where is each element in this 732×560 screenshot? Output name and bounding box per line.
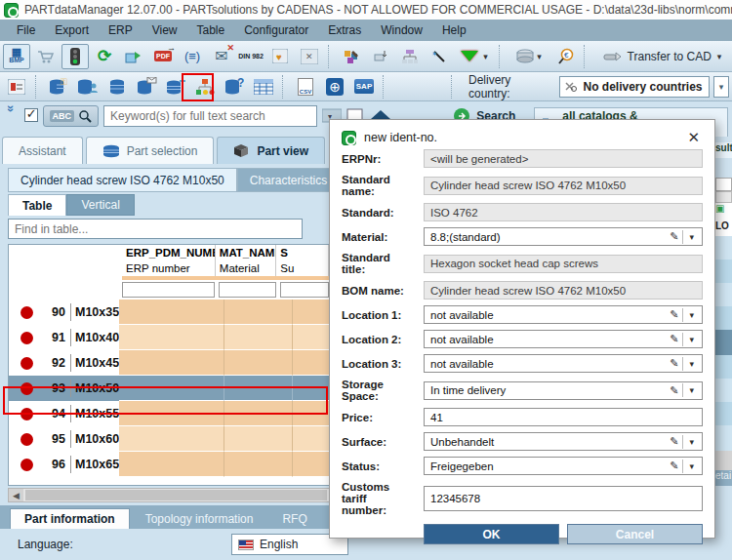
traffic-light-icon[interactable] (61, 44, 89, 69)
menu-extras[interactable]: Extras (319, 21, 370, 39)
tab-part-view[interactable]: Part view (217, 137, 325, 164)
classification-tree-icon[interactable] (191, 74, 219, 100)
bottom-tab-rfq[interactable]: RFQ (268, 509, 320, 529)
edit-pencil-icon[interactable]: ✎ (666, 357, 682, 370)
3d-part-icon[interactable]: ▾ (508, 44, 549, 69)
chevron-down-icon[interactable]: ▾ (683, 335, 696, 344)
send-mail-icon[interactable]: ✉✕ (208, 44, 235, 69)
field-input-price[interactable]: 41 (424, 408, 703, 426)
menu-file[interactable]: File (8, 21, 44, 39)
menu-erp[interactable]: ERP (100, 21, 142, 39)
chevron-down-icon[interactable]: ▾ (683, 359, 696, 369)
csv-export-icon[interactable]: CSV (292, 74, 319, 100)
tab-part-selection[interactable]: Part selection (86, 137, 215, 164)
fulltext-checkbox[interactable] (24, 108, 38, 122)
column-filter-input[interactable] (280, 282, 329, 298)
field-combo-location-2[interactable]: not available✎▾ (424, 330, 703, 348)
bottom-tab-topology-information[interactable]: Topology information (132, 509, 267, 529)
cancel-button[interactable]: Cancel (567, 524, 703, 544)
field-input-customs-tariff-number[interactable]: 12345678 (424, 486, 703, 511)
topology-tree-icon[interactable] (396, 44, 424, 69)
field-combo-status[interactable]: Freigegeben✎▾ (424, 457, 703, 475)
menu-table[interactable]: Table (188, 21, 234, 39)
table-row[interactable]: 95M10x60 (9, 426, 329, 452)
db-key-icon[interactable]: ⚿ (45, 74, 72, 100)
insert-part-icon[interactable] (367, 44, 394, 69)
chevron-down-icon[interactable]: ▾ (683, 385, 696, 395)
db-add-icon[interactable] (162, 74, 189, 100)
tab-assistant[interactable]: Assistant (2, 137, 83, 164)
table-row[interactable]: 90M10x35 (9, 300, 329, 325)
chevron-down-icon[interactable]: ▾ (683, 437, 696, 447)
field-combo-material[interactable]: 8.8;(standard)✎▾ (424, 227, 703, 246)
chevron-down-icon[interactable]: ▾ (683, 232, 696, 242)
column-header[interactable]: ERP_PDM_NUMBER (122, 245, 216, 260)
edit-pencil-icon[interactable]: ✎ (666, 333, 682, 345)
refresh-icon[interactable]: ⟳ (91, 44, 118, 69)
field-combo-storage-space[interactable]: In time delivery✎▾ (424, 381, 703, 400)
chevron-down-icon[interactable]: ▾ (683, 310, 696, 320)
menu-view[interactable]: View (143, 21, 186, 39)
form-view-icon[interactable] (3, 74, 30, 100)
din-982-icon[interactable]: DIN 982 (237, 44, 264, 69)
edit-pencil-icon[interactable]: ✎ (666, 435, 682, 448)
sap-icon[interactable]: SAP (350, 74, 378, 100)
ok-button[interactable]: OK (424, 524, 559, 544)
edit-pencil-icon[interactable]: ✎ (666, 308, 682, 321)
field-combo-surface[interactable]: Unbehandelt✎▾ (424, 432, 703, 451)
shopping-cart-icon[interactable] (32, 44, 60, 69)
favorites-window-icon[interactable]: ♥ (266, 44, 294, 69)
menu-export[interactable]: Export (46, 21, 98, 39)
edit-pencil-icon[interactable]: ✎ (666, 230, 682, 243)
db-user-icon[interactable] (74, 74, 102, 100)
menu-help[interactable]: Help (433, 21, 475, 39)
edit-pencil-icon[interactable]: ✎ (666, 460, 682, 472)
table-view-icon[interactable] (250, 74, 277, 100)
collapse-chevrons-icon[interactable]: » (4, 105, 19, 121)
column-header[interactable]: MAT_NAME (216, 245, 276, 260)
transfer-to-cad-button[interactable]: Transfer to CAD ▾ (593, 44, 730, 69)
menu-window[interactable]: Window (372, 21, 431, 39)
find-in-table-input[interactable] (8, 219, 303, 239)
table-row[interactable]: 93M10x50 (9, 376, 329, 401)
table-row[interactable]: 92M10x45 (9, 350, 329, 376)
menu-configurator[interactable]: Configurator (235, 21, 317, 39)
chevron-down-icon[interactable]: ▾ (683, 461, 696, 471)
table-row[interactable]: 91M10x40 (9, 325, 329, 350)
column-header[interactable]: S (276, 245, 329, 260)
edit-blocks-icon[interactable] (338, 44, 365, 69)
doc-tab-part[interactable]: Cylinder head screw ISO 4762 M10x50 (8, 168, 237, 192)
globe-add-icon[interactable]: ⊕ (321, 74, 348, 100)
scrollbar-thumb[interactable] (25, 490, 327, 500)
db-plain-icon[interactable] (103, 74, 131, 100)
field-combo-location-3[interactable]: not available✎▾ (424, 354, 703, 373)
export-assembly-icon[interactable] (120, 44, 147, 69)
field-combo-location-1[interactable]: not available✎▾ (424, 305, 703, 324)
abc-search-button[interactable]: ABC (43, 105, 100, 127)
delivery-country-dropdown-button[interactable]: ▾ (713, 76, 729, 98)
formula-icon[interactable]: (≡) (179, 44, 206, 69)
table-row[interactable]: 96M10x65 (9, 452, 329, 477)
price-search-icon[interactable]: € (551, 44, 579, 69)
edit-pencil-icon[interactable]: ✎ (666, 384, 682, 397)
table-row[interactable]: 94M10x55 (9, 401, 329, 426)
filter-triangle-icon[interactable]: ▾ (455, 44, 494, 69)
view-tab-table[interactable]: Table (8, 194, 66, 216)
keyword-search-input[interactable] (103, 105, 317, 127)
column-filter-input[interactable] (219, 282, 276, 298)
pdf-export-icon[interactable]: PDF→ (149, 44, 177, 69)
dialog-close-icon[interactable]: ✕ (684, 129, 703, 146)
view-tab-vertical[interactable]: Vertical (66, 194, 134, 216)
dialog-title-bar[interactable]: new ident-no. ✕ (342, 126, 703, 149)
bottom-tab-part-information[interactable]: Part information (10, 508, 130, 529)
close-window-icon[interactable]: ✕ (296, 44, 323, 69)
db-mail-icon[interactable] (133, 74, 160, 100)
bmp-export-icon[interactable]: ▦BMP (3, 44, 30, 69)
scroll-left-button[interactable]: ◀ (9, 489, 23, 501)
horizontal-scrollbar[interactable]: ◀ (8, 488, 330, 502)
delivery-country-select[interactable]: No delivery countries (559, 76, 710, 98)
column-filter-input[interactable] (122, 282, 215, 298)
magic-wand-icon[interactable]: ✶ (426, 44, 453, 69)
doc-tab-characteristics[interactable]: Characteristics (237, 168, 340, 192)
db-question-icon[interactable]: ? (221, 74, 248, 100)
